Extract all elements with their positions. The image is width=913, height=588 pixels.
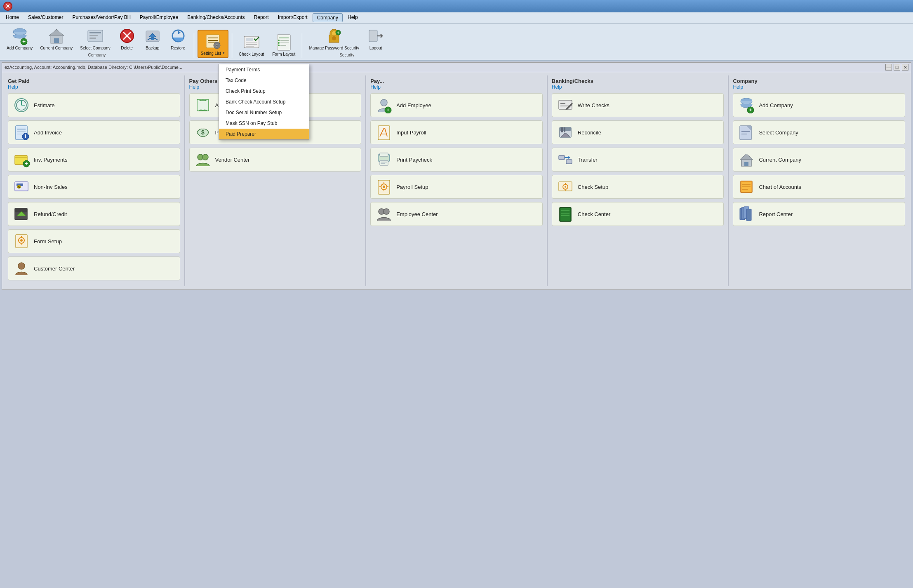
menu-payroll[interactable]: Payroll/Employee	[136, 13, 182, 22]
select-company-dash-button[interactable]: Select Company	[733, 120, 905, 144]
menu-purchases[interactable]: Purchases/Vendor/Pay Bill	[68, 13, 134, 22]
dropdown-doc-serial-number-setup[interactable]: Doc Serial Number Setup	[219, 107, 309, 118]
banking-help[interactable]: Help	[552, 84, 724, 90]
report-center-button[interactable]: Report Center	[733, 202, 905, 226]
menu-sales[interactable]: Sales/Customer	[24, 13, 67, 22]
refund-credit-label: Refund/Credit	[34, 211, 67, 217]
svg-point-99	[565, 186, 566, 188]
check-layout-icon	[242, 33, 261, 51]
reconcile-button[interactable]: Reconcile	[552, 120, 724, 144]
svg-point-21	[216, 45, 218, 46]
dropdown-payment-terms[interactable]: Payment Terms	[219, 64, 309, 75]
delete-button[interactable]: Delete	[115, 25, 139, 52]
add-company-label: Add Company	[7, 46, 33, 50]
restore-button[interactable]: Restore	[166, 25, 191, 52]
menu-import[interactable]: Import/Export	[274, 13, 312, 22]
check-layout-label: Check Layout	[239, 52, 264, 56]
manage-password-button[interactable]: + Manage Password Security	[306, 25, 362, 52]
svg-rect-115	[744, 162, 748, 166]
payroll-setup-button[interactable]: Payroll Setup	[370, 175, 543, 199]
form-layout-button[interactable]: Form Layout	[269, 31, 299, 58]
dropdown-bank-check-account-setup[interactable]: Bank Check Account Setup	[219, 96, 309, 107]
check-layout-button[interactable]: Check Layout	[235, 31, 267, 58]
svg-point-69	[381, 99, 387, 106]
write-checks-button[interactable]: Write Checks	[552, 93, 724, 117]
menu-bar: Home Sales/Customer Purchases/Vendor/Pay…	[0, 12, 913, 24]
setting-list-arrow: ▼	[222, 51, 225, 55]
customer-center-icon	[13, 260, 30, 277]
security-group-label: Security	[338, 52, 356, 58]
employee-center-button[interactable]: Employee Center	[370, 202, 543, 226]
form-setup-icon	[13, 233, 30, 249]
input-payroll-button[interactable]: Input Payroll	[370, 120, 543, 144]
chart-of-accounts-icon	[738, 179, 755, 195]
add-invoice-button[interactable]: i Add Invoice	[8, 120, 180, 144]
dropdown-mask-ssn[interactable]: Mask SSN on Pay Stub	[219, 118, 309, 129]
close-button[interactable]: ✕	[3, 2, 12, 11]
form-setup-button[interactable]: Form Setup	[8, 229, 180, 253]
estimate-button[interactable]: Estimate	[8, 93, 180, 117]
setting-list-icon	[204, 32, 222, 50]
select-company-button[interactable]: Select Company	[77, 25, 113, 52]
dropdown-tax-code[interactable]: Tax Code	[219, 75, 309, 86]
inv-payments-button[interactable]: + Inv. Payments	[8, 148, 180, 172]
setting-list-label: Setting List	[201, 51, 221, 56]
logout-button[interactable]: Logout	[363, 25, 388, 52]
non-inv-sales-button[interactable]: $ Non-Inv Sales	[8, 175, 180, 199]
menu-banking[interactable]: Banking/Checks/Accounts	[183, 13, 249, 22]
minimize-button[interactable]: —	[885, 64, 892, 71]
dropdown-check-print-setup[interactable]: Check Print Setup	[219, 86, 309, 96]
report-center-label: Report Center	[759, 211, 793, 217]
setting-list-button[interactable]: Setting List ▼	[198, 30, 228, 58]
current-company-dash-button[interactable]: Current Company	[733, 148, 905, 172]
dropdown-paid-preparer[interactable]: Paid Preparer	[219, 129, 309, 139]
get-paid-help[interactable]: Help	[8, 84, 180, 90]
menu-report[interactable]: Report	[250, 13, 273, 22]
select-company-icon	[86, 27, 104, 45]
menu-home[interactable]: Home	[2, 13, 23, 22]
svg-rect-8	[89, 35, 98, 36]
svg-text:+: +	[387, 107, 390, 113]
inv-payments-icon: +	[13, 151, 30, 168]
chart-of-accounts-button[interactable]: Chart of Accounts	[733, 175, 905, 199]
vendor-center-button[interactable]: Vendor Center	[189, 148, 362, 172]
company-group-label: Company	[86, 52, 107, 58]
inv-payments-label: Inv. Payments	[34, 157, 67, 163]
form-layout-icon	[275, 33, 293, 51]
transfer-button[interactable]: Transfer	[552, 148, 724, 172]
delete-icon	[118, 27, 136, 45]
select-company-label: Select Company	[80, 46, 110, 50]
select-company-dash-icon	[738, 124, 755, 141]
toolbar-divider-1	[194, 33, 194, 58]
manage-password-label: Manage Password Security	[309, 46, 359, 50]
delete-label: Delete	[121, 46, 133, 50]
backup-button[interactable]: Backup	[140, 25, 165, 52]
refund-credit-button[interactable]: Refund/Credit	[8, 202, 180, 226]
reconcile-label: Reconcile	[578, 129, 601, 136]
menu-help[interactable]: Help	[344, 13, 362, 22]
company-col-help[interactable]: Help	[733, 84, 905, 90]
add-company-dash-button[interactable]: + Add Company	[733, 93, 905, 117]
backup-icon	[144, 27, 162, 45]
add-employee-button[interactable]: + Add Employee	[370, 93, 543, 117]
check-setup-button[interactable]: Check Setup	[552, 175, 724, 199]
current-company-button[interactable]: Current Company	[37, 25, 76, 52]
svg-rect-5	[54, 38, 59, 43]
window-close-button[interactable]: ✕	[902, 64, 908, 71]
svg-text:$: $	[18, 185, 20, 189]
get-paid-header: Get Paid Help	[8, 78, 180, 90]
customer-center-button[interactable]: Customer Center	[8, 256, 180, 280]
check-center-button[interactable]: Check Center	[552, 202, 724, 226]
menu-company[interactable]: Company	[313, 13, 343, 22]
payroll-column: Pay... Help + Add Employee	[368, 75, 545, 286]
payroll-help[interactable]: Help	[370, 84, 543, 90]
restore-label: Restore	[171, 46, 185, 50]
company-header: Company Help	[733, 78, 905, 90]
logout-label: Logout	[369, 46, 382, 50]
svg-rect-38	[369, 30, 377, 42]
print-paycheck-button[interactable]: Print Paycheck	[370, 148, 543, 172]
add-company-button[interactable]: + Add Company	[3, 25, 36, 52]
maximize-button[interactable]: □	[894, 64, 900, 71]
title-bar: ✕	[0, 0, 913, 12]
svg-rect-94	[564, 127, 565, 132]
